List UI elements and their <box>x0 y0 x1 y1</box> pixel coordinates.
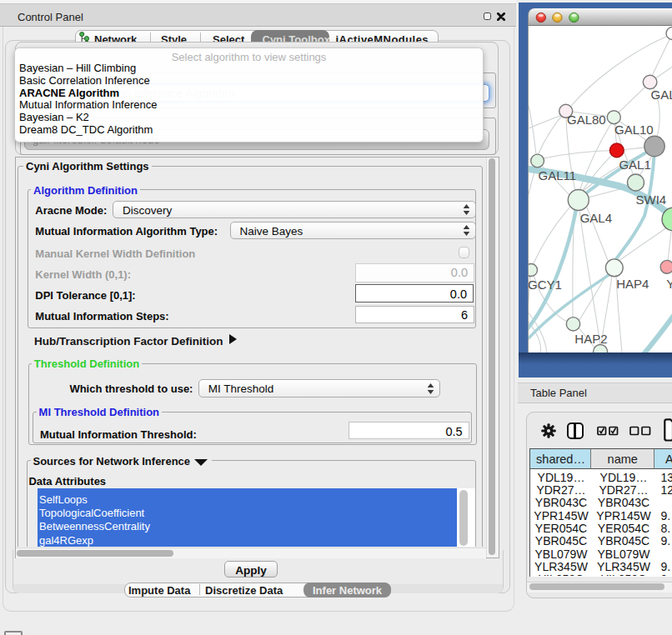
svg-text:GAL80: GAL80 <box>567 112 606 127</box>
svg-text:HAP4: HAP4 <box>616 277 649 291</box>
svg-text:GCY1: GCY1 <box>529 278 562 292</box>
svg-text:GAL4: GAL4 <box>580 211 612 225</box>
svg-text:GAL10: GAL10 <box>614 122 654 137</box>
svg-text:GAL1: GAL1 <box>619 158 650 172</box>
svg-text:GAL7: GAL7 <box>651 88 672 102</box>
svg-text:GAL11: GAL11 <box>539 168 577 182</box>
svg-text:SWI4: SWI4 <box>636 192 667 207</box>
svg-text:HAP2: HAP2 <box>574 332 607 346</box>
svg-text:Y: Y <box>666 277 672 291</box>
